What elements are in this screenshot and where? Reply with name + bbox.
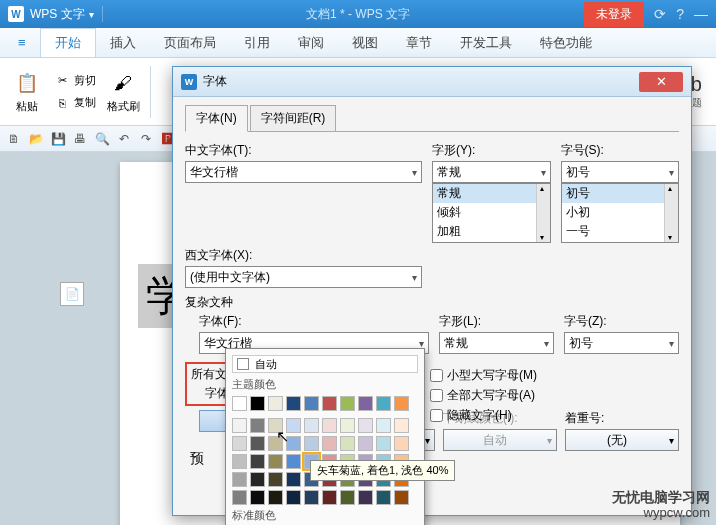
- list-item[interactable]: 倾斜: [433, 203, 550, 222]
- size-listbox[interactable]: 初号 小初 一号: [561, 183, 680, 243]
- color-swatch[interactable]: [232, 454, 247, 469]
- color-swatch[interactable]: [232, 472, 247, 487]
- color-swatch[interactable]: [250, 418, 265, 433]
- color-swatch[interactable]: [322, 436, 337, 451]
- color-swatch[interactable]: [340, 436, 355, 451]
- sync-icon[interactable]: ⟳: [654, 6, 666, 22]
- print-icon[interactable]: 🖶: [72, 131, 88, 147]
- color-swatch[interactable]: [286, 418, 301, 433]
- color-swatch[interactable]: [304, 418, 319, 433]
- style-combo[interactable]: 常规: [432, 161, 551, 183]
- tab-chapter[interactable]: 章节: [392, 28, 446, 57]
- color-swatch[interactable]: [322, 418, 337, 433]
- color-swatch[interactable]: [358, 490, 373, 505]
- small-caps-checkbox[interactable]: [430, 369, 443, 382]
- tab-devtools[interactable]: 开发工具: [446, 28, 526, 57]
- paste-button[interactable]: 📋 粘贴: [6, 69, 48, 114]
- help-icon[interactable]: ?: [676, 6, 684, 22]
- size-combo[interactable]: 初号: [561, 161, 680, 183]
- color-swatch[interactable]: [268, 396, 283, 411]
- color-swatch[interactable]: [376, 396, 391, 411]
- color-swatch[interactable]: [286, 436, 301, 451]
- emphasis-dropdown[interactable]: (无): [565, 429, 679, 451]
- color-swatch[interactable]: [394, 490, 409, 505]
- tab-features[interactable]: 特色功能: [526, 28, 606, 57]
- format-painter-button[interactable]: 🖌 格式刷: [102, 69, 144, 114]
- open-icon[interactable]: 📂: [28, 131, 44, 147]
- list-item[interactable]: 初号: [562, 184, 679, 203]
- color-swatch[interactable]: [250, 396, 265, 411]
- color-swatch[interactable]: [268, 490, 283, 505]
- tab-start[interactable]: 开始: [40, 28, 96, 57]
- cstyle-combo[interactable]: 常规: [439, 332, 554, 354]
- list-item[interactable]: 小初: [562, 203, 679, 222]
- color-swatch[interactable]: [358, 436, 373, 451]
- color-swatch[interactable]: [340, 490, 355, 505]
- tab-font[interactable]: 字体(N): [185, 105, 248, 132]
- undo-icon[interactable]: ↶: [116, 131, 132, 147]
- scrollbar[interactable]: [536, 184, 550, 242]
- color-swatch[interactable]: [304, 490, 319, 505]
- login-button[interactable]: 未登录: [584, 2, 644, 27]
- color-swatch[interactable]: [250, 454, 265, 469]
- preview-icon[interactable]: 🔍: [94, 131, 110, 147]
- tab-insert[interactable]: 插入: [96, 28, 150, 57]
- tab-review[interactable]: 审阅: [284, 28, 338, 57]
- color-swatch[interactable]: [304, 436, 319, 451]
- tab-menu[interactable]: ≡: [4, 28, 40, 57]
- color-swatch[interactable]: [268, 436, 283, 451]
- color-swatch[interactable]: [232, 418, 247, 433]
- tab-spacing[interactable]: 字符间距(R): [250, 105, 337, 132]
- color-swatch[interactable]: [268, 472, 283, 487]
- page-nav-icon[interactable]: 📄: [60, 282, 84, 306]
- new-icon[interactable]: 🗎: [6, 131, 22, 147]
- style-listbox[interactable]: 常规 倾斜 加粗: [432, 183, 551, 243]
- en-font-combo[interactable]: (使用中文字体): [185, 266, 422, 288]
- tab-layout[interactable]: 页面布局: [150, 28, 230, 57]
- hidden-text-checkbox[interactable]: [430, 409, 443, 422]
- color-swatch[interactable]: [394, 436, 409, 451]
- redo-icon[interactable]: ↷: [138, 131, 154, 147]
- color-swatch[interactable]: [376, 436, 391, 451]
- color-swatch[interactable]: [340, 418, 355, 433]
- scrollbar[interactable]: [664, 184, 678, 242]
- color-swatch[interactable]: [358, 396, 373, 411]
- color-swatch[interactable]: [304, 396, 319, 411]
- color-swatch[interactable]: [268, 418, 283, 433]
- tab-reference[interactable]: 引用: [230, 28, 284, 57]
- all-caps-checkbox[interactable]: [430, 389, 443, 402]
- color-swatch[interactable]: [322, 490, 337, 505]
- color-swatch[interactable]: [286, 472, 301, 487]
- auto-color-row[interactable]: 自动: [232, 355, 418, 373]
- minimize-icon[interactable]: —: [694, 6, 708, 22]
- color-swatch[interactable]: [250, 490, 265, 505]
- color-swatch[interactable]: [268, 454, 283, 469]
- cut-button[interactable]: ✂剪切: [50, 71, 100, 91]
- dialog-titlebar[interactable]: W 字体 ✕: [173, 67, 691, 97]
- tab-view[interactable]: 视图: [338, 28, 392, 57]
- color-swatch[interactable]: [286, 396, 301, 411]
- copy-button[interactable]: ⎘复制: [50, 93, 100, 113]
- color-swatch[interactable]: [250, 472, 265, 487]
- color-swatch[interactable]: [376, 490, 391, 505]
- color-swatch[interactable]: [232, 396, 247, 411]
- list-item[interactable]: 加粗: [433, 222, 550, 241]
- save-icon[interactable]: 💾: [50, 131, 66, 147]
- close-button[interactable]: ✕: [639, 72, 683, 92]
- list-item[interactable]: 常规: [433, 184, 550, 203]
- cn-font-combo[interactable]: 华文行楷: [185, 161, 422, 183]
- color-swatch[interactable]: [322, 396, 337, 411]
- color-swatch[interactable]: [394, 396, 409, 411]
- app-menu-caret[interactable]: ▾: [89, 9, 94, 20]
- csize-combo[interactable]: 初号: [564, 332, 679, 354]
- color-swatch[interactable]: [358, 418, 373, 433]
- color-swatch[interactable]: [250, 436, 265, 451]
- color-swatch[interactable]: [340, 396, 355, 411]
- color-swatch[interactable]: [286, 490, 301, 505]
- list-item[interactable]: 一号: [562, 222, 679, 241]
- color-swatch[interactable]: [232, 436, 247, 451]
- color-swatch[interactable]: [394, 418, 409, 433]
- color-swatch[interactable]: [232, 490, 247, 505]
- color-swatch[interactable]: [286, 454, 301, 469]
- color-swatch[interactable]: [376, 418, 391, 433]
